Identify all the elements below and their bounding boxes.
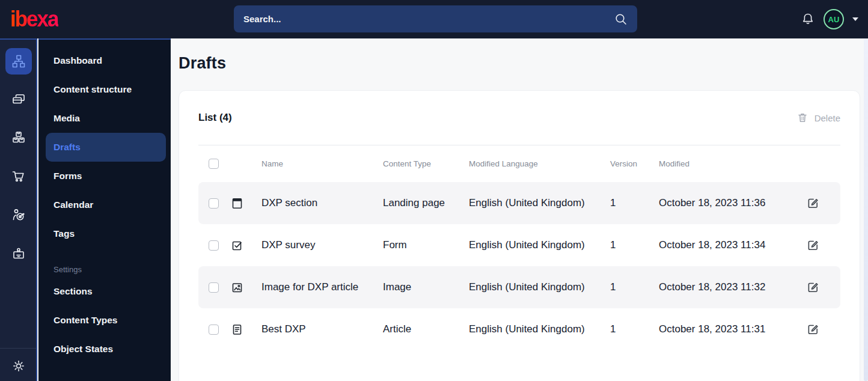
cell-name[interactable]: DXP section bbox=[261, 197, 383, 209]
table-row: DXP survey Form English (United Kingdom)… bbox=[198, 224, 840, 266]
list-title: List (4) bbox=[198, 112, 232, 124]
rail-item-content-tree-icon[interactable] bbox=[5, 48, 32, 75]
drafts-list-card: List (4) Delete Name Content Type Modifi… bbox=[179, 90, 860, 381]
row-checkbox[interactable] bbox=[209, 240, 219, 251]
rail-item-products-icon[interactable] bbox=[5, 124, 32, 151]
page-title: Drafts bbox=[179, 54, 868, 73]
cell-modified: October 18, 2023 11:34 bbox=[659, 239, 806, 251]
main-content: Drafts List (4) Delete Name Content Type… bbox=[171, 38, 868, 381]
notifications-bell-icon[interactable] bbox=[801, 12, 815, 26]
table-row: Best DXP Article English (United Kingdom… bbox=[198, 308, 840, 350]
user-avatar[interactable]: AU bbox=[824, 9, 844, 29]
cell-modified: October 18, 2023 11:36 bbox=[659, 197, 806, 209]
table-row: DXP section Landing page English (United… bbox=[198, 182, 840, 224]
sidebar-item-calendar[interactable]: Calendar bbox=[38, 190, 171, 219]
ibexa-logo[interactable]: ibexa bbox=[10, 6, 58, 31]
cell-modified-language: English (United Kingdom) bbox=[469, 281, 610, 293]
rail-item-personalization-icon[interactable] bbox=[5, 202, 32, 228]
delete-button-label: Delete bbox=[815, 113, 840, 123]
cell-modified-language: English (United Kingdom) bbox=[469, 323, 610, 335]
sidebar-item-sections[interactable]: Sections bbox=[38, 277, 171, 306]
column-header-modified: Modified bbox=[659, 159, 806, 168]
sidebar-menu: Dashboard Content structure Media Drafts… bbox=[38, 38, 171, 381]
cell-version: 1 bbox=[610, 323, 659, 335]
sidebar-item-tags[interactable]: Tags bbox=[38, 219, 171, 248]
topbar-actions: AU bbox=[801, 0, 862, 38]
article-icon bbox=[231, 323, 261, 336]
cell-name[interactable]: Image for DXP article bbox=[261, 281, 383, 293]
column-header-modified-language: Modified Language bbox=[469, 159, 610, 168]
cell-name[interactable]: Best DXP bbox=[261, 323, 383, 335]
sidebar-item-content-types[interactable]: Content Types bbox=[38, 306, 171, 335]
rail-item-pages-icon[interactable] bbox=[5, 86, 32, 112]
table-row: Image for DXP article Image English (Uni… bbox=[198, 266, 840, 308]
user-menu-caret-icon[interactable] bbox=[852, 17, 858, 21]
vertical-scrollbar[interactable] bbox=[864, 38, 868, 381]
column-header-version: Version bbox=[610, 159, 659, 168]
edit-icon[interactable] bbox=[806, 238, 821, 252]
sidebar-item-forms[interactable]: Forms bbox=[38, 162, 171, 190]
search-input[interactable] bbox=[243, 14, 614, 24]
landing-page-icon bbox=[231, 197, 261, 210]
cell-modified-language: English (United Kingdom) bbox=[469, 239, 610, 251]
column-header-name: Name bbox=[261, 159, 383, 168]
rail-item-commerce-cart-icon[interactable] bbox=[5, 163, 32, 189]
row-checkbox[interactable] bbox=[209, 198, 219, 209]
delete-button[interactable]: Delete bbox=[796, 112, 840, 124]
select-all-checkbox[interactable] bbox=[209, 159, 219, 169]
cell-content-type: Article bbox=[383, 323, 469, 335]
rail-item-admin-gear-icon[interactable] bbox=[5, 353, 32, 379]
cell-content-type: Image bbox=[383, 281, 469, 293]
cell-version: 1 bbox=[610, 239, 659, 251]
sidebar-item-dashboard[interactable]: Dashboard bbox=[38, 46, 171, 75]
cell-version: 1 bbox=[610, 281, 659, 293]
settings-section-heading: Settings bbox=[38, 261, 171, 277]
cell-content-type: Landing page bbox=[383, 197, 469, 209]
row-checkbox[interactable] bbox=[209, 282, 219, 293]
edit-icon[interactable] bbox=[806, 196, 821, 210]
sidebar-item-media[interactable]: Media bbox=[38, 104, 171, 133]
search-icon[interactable] bbox=[614, 13, 628, 26]
cell-content-type: Form bbox=[383, 239, 469, 251]
edit-icon[interactable] bbox=[806, 322, 821, 337]
form-icon bbox=[231, 239, 261, 252]
sidebar-item-object-states[interactable]: Object States bbox=[38, 335, 171, 364]
image-icon bbox=[231, 281, 261, 294]
cell-name[interactable]: DXP survey bbox=[261, 239, 383, 251]
column-header-content-type: Content Type bbox=[383, 159, 469, 168]
trash-icon bbox=[796, 112, 808, 124]
rail-divider bbox=[0, 348, 36, 349]
cell-modified: October 18, 2023 11:32 bbox=[659, 281, 806, 293]
global-search-bar bbox=[234, 5, 637, 32]
cell-modified: October 18, 2023 11:31 bbox=[659, 323, 806, 335]
table-header-row: Name Content Type Modified Language Vers… bbox=[198, 145, 840, 182]
rail-item-badge-icon[interactable] bbox=[5, 240, 32, 267]
edit-icon[interactable] bbox=[806, 280, 821, 294]
cell-version: 1 bbox=[610, 197, 659, 209]
row-checkbox[interactable] bbox=[209, 325, 219, 335]
sidebar-item-drafts[interactable]: Drafts bbox=[46, 133, 166, 162]
sidebar-item-content-structure[interactable]: Content structure bbox=[38, 75, 171, 104]
topbar: ibexa AU bbox=[0, 0, 868, 38]
cell-modified-language: English (United Kingdom) bbox=[469, 197, 610, 209]
icon-rail bbox=[0, 38, 37, 381]
